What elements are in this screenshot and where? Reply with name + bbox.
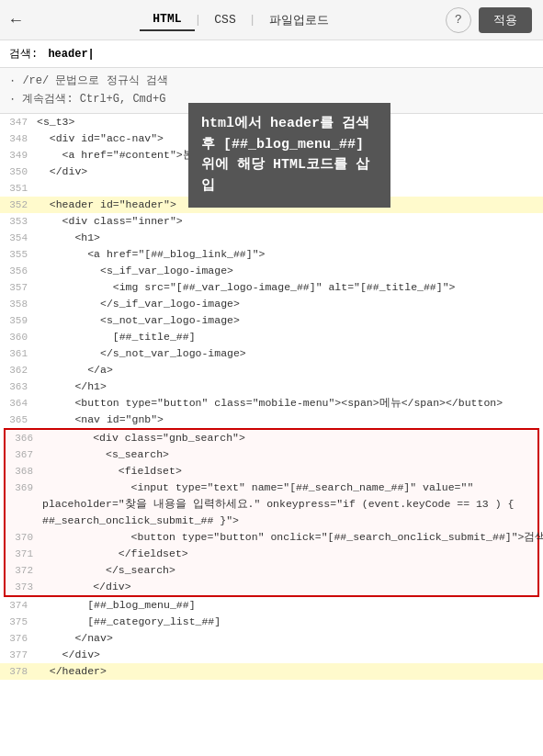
line-number: 373 xyxy=(6,579,40,595)
line-content: <img src="[##_var_logo-image_##]" alt="[… xyxy=(35,279,543,296)
table-row: 363 </h1> xyxy=(0,378,543,395)
line-content: </header> xyxy=(35,663,543,680)
code-editor[interactable]: 347 <s_t3> 348 <div id="acc-nav"> 349 <a… xyxy=(0,114,543,750)
line-content: <div class="inner"> xyxy=(35,213,543,230)
line-content: </s_not_var_logo-image> xyxy=(35,345,543,362)
line-content: [##_category_list_##] xyxy=(35,614,543,630)
line-content: <s_if_var_logo-image> xyxy=(35,263,543,279)
line-number: 359 xyxy=(0,312,35,329)
table-row: 357 <img src="[##_var_logo-image_##]" al… xyxy=(0,279,543,296)
line-number: 356 xyxy=(0,263,35,279)
line-content: </fieldset> xyxy=(40,546,537,562)
line-content: </div> xyxy=(35,647,543,663)
line-number: 349 xyxy=(0,147,35,164)
top-right-actions: ? 적용 xyxy=(446,7,532,33)
tab-group: HTML | CSS | 파일업로드 xyxy=(36,8,446,32)
search-value[interactable]: header| xyxy=(48,48,94,61)
table-row: 359 <s_not_var_logo-image> xyxy=(0,312,543,329)
line-number: 372 xyxy=(6,562,40,579)
table-row: 375 [##_category_list_##] xyxy=(0,614,543,630)
line-content: <a href="[##_blog_link_##]"> xyxy=(35,246,543,263)
line-number: 361 xyxy=(0,345,35,362)
line-number: 351 xyxy=(0,180,35,197)
line-content: <s_not_var_logo-image> xyxy=(35,312,543,329)
tab-upload[interactable]: 파일업로드 xyxy=(256,8,342,32)
line-number: 378 xyxy=(0,663,35,680)
line-number: 360 xyxy=(0,329,35,345)
table-row: 358 </s_if_var_logo-image> xyxy=(0,296,543,312)
table-row: 378 </header> xyxy=(0,663,543,680)
table-row: 367 <s_search> xyxy=(6,446,537,463)
tooltip-overlay: html에서 header를 검색후 [##_blog_menu_##] 위에 … xyxy=(188,103,390,208)
table-row: 373 </div> xyxy=(6,579,537,595)
table-row: 376 </nav> xyxy=(0,630,543,647)
line-content: <fieldset> xyxy=(40,463,537,480)
table-row: 365 <nav id="gnb"> xyxy=(0,412,543,428)
line-content: <nav id="gnb"> xyxy=(35,412,543,428)
line-content: [##_title_##] xyxy=(35,329,543,345)
red-box: 366 <div class="gnb_search"> 367 <s_sear… xyxy=(4,428,539,597)
tab-css[interactable]: CSS xyxy=(201,9,248,30)
tab-divider-2: | xyxy=(249,13,256,27)
search-label: 검색: xyxy=(9,48,38,61)
line-content: </a> xyxy=(35,362,543,378)
line-number: 355 xyxy=(0,246,35,263)
line-number: 370 xyxy=(6,529,40,546)
table-row: 366 <div class="gnb_search"> xyxy=(6,430,537,446)
line-number: 352 xyxy=(0,197,35,213)
line-number: 368 xyxy=(6,463,40,480)
line-content: <div class="gnb_search"> xyxy=(40,430,537,446)
line-number: 357 xyxy=(0,279,35,296)
back-button[interactable]: ← xyxy=(11,11,21,29)
line-number: 369 xyxy=(6,480,40,496)
help-button[interactable]: ? xyxy=(446,7,471,33)
table-row: 364 <button type="button" class="mobile-… xyxy=(0,395,543,412)
line-number: 364 xyxy=(0,395,35,412)
apply-button[interactable]: 적용 xyxy=(479,7,532,33)
table-row: 354 <h1> xyxy=(0,230,543,246)
line-content: </h1> xyxy=(35,378,543,395)
table-row: 360 [##_title_##] xyxy=(0,329,543,345)
line-number: 367 xyxy=(6,446,40,463)
line-content: </div> xyxy=(40,579,537,595)
line-content: </s_search> xyxy=(40,562,537,579)
line-content: <s_search> xyxy=(40,446,537,463)
line-number: 377 xyxy=(0,647,35,663)
line-number: 358 xyxy=(0,296,35,312)
line-number: 366 xyxy=(6,430,40,446)
tab-html[interactable]: HTML xyxy=(140,8,194,31)
line-number: 350 xyxy=(0,164,35,180)
line-content: [##_blog_menu_##] xyxy=(35,597,543,614)
line-content: </nav> xyxy=(35,630,543,647)
line-content: <input type="text" name="[##_search_name… xyxy=(40,480,537,529)
table-row: 369 <input type="text" name="[##_search_… xyxy=(6,480,537,529)
line-number: 376 xyxy=(0,630,35,647)
table-row: 370 <button type="button" onclick="[##_s… xyxy=(6,529,537,546)
search-hint-0: ∙ /re/ 문법으로 정규식 검색 xyxy=(9,72,534,90)
table-row: 361 </s_not_var_logo-image> xyxy=(0,345,543,362)
line-number: 365 xyxy=(0,412,35,428)
table-row: 355 <a href="[##_blog_link_##]"> xyxy=(0,246,543,263)
table-row: 377 </div> xyxy=(0,647,543,663)
line-number: 353 xyxy=(0,213,35,230)
tooltip-text: html에서 header를 검색후 [##_blog_menu_##] 위에 … xyxy=(201,116,369,194)
top-bar: ← HTML | CSS | 파일업로드 ? 적용 xyxy=(0,0,543,40)
line-number: 348 xyxy=(0,130,35,147)
table-row: 362 </a> xyxy=(0,362,543,378)
line-number: 363 xyxy=(0,378,35,395)
line-number: 347 xyxy=(0,114,35,130)
table-row: 372 </s_search> xyxy=(6,562,537,579)
tab-divider-1: | xyxy=(195,13,202,27)
table-row: 371 </fieldset> xyxy=(6,546,537,562)
line-content: <h1> xyxy=(35,230,543,246)
line-number: 362 xyxy=(0,362,35,378)
line-number: 375 xyxy=(0,614,35,630)
line-number: 354 xyxy=(0,230,35,246)
table-row: 368 <fieldset> xyxy=(6,463,537,480)
line-number: 374 xyxy=(0,597,35,614)
line-content: <button type="button" onclick="[##_searc… xyxy=(40,529,543,546)
line-content: </s_if_var_logo-image> xyxy=(35,296,543,312)
search-bar: 검색: header| xyxy=(0,40,543,68)
table-row: 356 <s_if_var_logo-image> xyxy=(0,263,543,279)
line-content: <button type="button" class="mobile-menu… xyxy=(35,395,543,412)
